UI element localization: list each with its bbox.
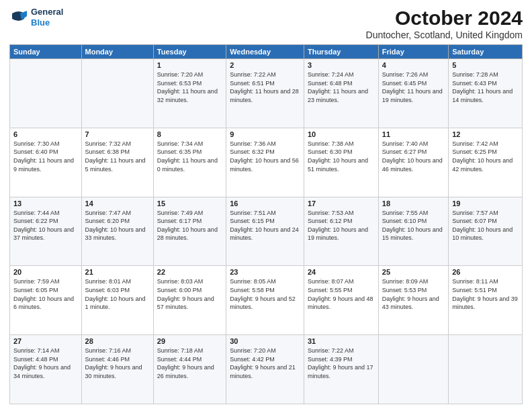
cell-info: Sunrise: 7:40 AMSunset: 6:27 PMDaylight:…	[382, 140, 445, 173]
calendar-cell: 25Sunrise: 8:09 AMSunset: 5:53 PMDayligh…	[378, 266, 448, 335]
calendar-cell: 29Sunrise: 7:18 AMSunset: 4:44 PMDayligh…	[153, 335, 226, 404]
cell-info: Sunrise: 7:24 AMSunset: 6:48 PMDaylight:…	[308, 71, 375, 104]
main-title: October 2024	[366, 7, 523, 30]
cell-info: Sunrise: 8:11 AMSunset: 5:51 PMDaylight:…	[452, 277, 519, 311]
day-number: 24	[308, 268, 375, 276]
day-number: 29	[157, 337, 222, 345]
calendar-week-5: 27Sunrise: 7:14 AMSunset: 4:48 PMDayligh…	[10, 335, 523, 404]
calendar-cell: 15Sunrise: 7:49 AMSunset: 6:17 PMDayligh…	[153, 197, 226, 266]
calendar-cell: 30Sunrise: 7:20 AMSunset: 4:42 PMDayligh…	[226, 335, 304, 404]
cell-info: Sunrise: 7:20 AMSunset: 6:53 PMDaylight:…	[157, 71, 222, 104]
cell-info: Sunrise: 7:22 AMSunset: 4:39 PMDaylight:…	[308, 347, 375, 380]
cell-info: Sunrise: 7:22 AMSunset: 6:51 PMDaylight:…	[230, 71, 300, 104]
calendar-cell: 11Sunrise: 7:40 AMSunset: 6:27 PMDayligh…	[378, 128, 448, 197]
title-block: October 2024 Duntocher, Scotland, United…	[366, 7, 523, 40]
cell-info: Sunrise: 7:51 AMSunset: 6:15 PMDaylight:…	[230, 209, 300, 242]
calendar-cell: 31Sunrise: 7:22 AMSunset: 4:39 PMDayligh…	[304, 335, 378, 404]
calendar-week-2: 6Sunrise: 7:30 AMSunset: 6:40 PMDaylight…	[10, 128, 523, 197]
calendar-cell: 2Sunrise: 7:22 AMSunset: 6:51 PMDaylight…	[226, 59, 304, 128]
calendar-cell: 21Sunrise: 8:01 AMSunset: 6:03 PMDayligh…	[81, 266, 153, 335]
calendar-cell: 13Sunrise: 7:44 AMSunset: 6:22 PMDayligh…	[10, 197, 82, 266]
cell-info: Sunrise: 7:32 AMSunset: 6:38 PMDaylight:…	[85, 140, 150, 173]
calendar-cell: 1Sunrise: 7:20 AMSunset: 6:53 PMDaylight…	[153, 59, 226, 128]
calendar-cell: 9Sunrise: 7:36 AMSunset: 6:32 PMDaylight…	[226, 128, 304, 197]
cell-info: Sunrise: 7:57 AMSunset: 6:07 PMDaylight:…	[452, 209, 519, 242]
day-number: 20	[13, 268, 78, 276]
cell-info: Sunrise: 8:05 AMSunset: 5:58 PMDaylight:…	[230, 277, 300, 311]
page-header: General Blue October 2024 Duntocher, Sco…	[9, 7, 523, 40]
day-number: 15	[157, 199, 222, 208]
calendar-cell: 26Sunrise: 8:11 AMSunset: 5:51 PMDayligh…	[449, 266, 523, 335]
cell-info: Sunrise: 7:53 AMSunset: 6:12 PMDaylight:…	[308, 209, 375, 242]
subtitle: Duntocher, Scotland, United Kingdom	[366, 30, 523, 40]
day-number: 10	[308, 130, 375, 138]
cell-info: Sunrise: 7:36 AMSunset: 6:32 PMDaylight:…	[230, 140, 300, 173]
calendar-cell: 6Sunrise: 7:30 AMSunset: 6:40 PMDaylight…	[10, 128, 82, 197]
calendar-cell	[81, 59, 153, 128]
cell-info: Sunrise: 7:42 AMSunset: 6:25 PMDaylight:…	[452, 140, 519, 173]
day-number: 11	[382, 130, 445, 138]
day-number: 12	[452, 130, 519, 138]
col-thursday: Thursday	[304, 45, 378, 59]
day-number: 27	[13, 337, 78, 345]
calendar-cell: 14Sunrise: 7:47 AMSunset: 6:20 PMDayligh…	[81, 197, 153, 266]
col-saturday: Saturday	[449, 45, 523, 59]
cell-info: Sunrise: 8:01 AMSunset: 6:03 PMDaylight:…	[85, 277, 150, 311]
calendar-week-4: 20Sunrise: 7:59 AMSunset: 6:05 PMDayligh…	[10, 266, 523, 335]
day-number: 1	[157, 61, 222, 69]
calendar-cell: 12Sunrise: 7:42 AMSunset: 6:25 PMDayligh…	[449, 128, 523, 197]
calendar-cell: 7Sunrise: 7:32 AMSunset: 6:38 PMDaylight…	[81, 128, 153, 197]
cell-info: Sunrise: 7:59 AMSunset: 6:05 PMDaylight:…	[13, 277, 78, 311]
day-number: 8	[157, 130, 222, 138]
day-number: 17	[308, 199, 375, 208]
cell-info: Sunrise: 8:09 AMSunset: 5:53 PMDaylight:…	[382, 277, 445, 311]
cell-info: Sunrise: 7:30 AMSunset: 6:40 PMDaylight:…	[13, 140, 78, 173]
cell-info: Sunrise: 7:28 AMSunset: 6:43 PMDaylight:…	[452, 71, 519, 104]
calendar-cell: 28Sunrise: 7:16 AMSunset: 4:46 PMDayligh…	[81, 335, 153, 404]
day-number: 30	[230, 337, 300, 345]
day-number: 13	[13, 199, 78, 208]
calendar-table: Sunday Monday Tuesday Wednesday Thursday…	[9, 44, 523, 404]
calendar-cell	[10, 59, 82, 128]
calendar-week-3: 13Sunrise: 7:44 AMSunset: 6:22 PMDayligh…	[10, 197, 523, 266]
day-number: 18	[382, 199, 445, 208]
cell-info: Sunrise: 7:20 AMSunset: 4:42 PMDaylight:…	[230, 347, 300, 380]
logo: General Blue	[9, 7, 63, 28]
calendar-cell: 16Sunrise: 7:51 AMSunset: 6:15 PMDayligh…	[226, 197, 304, 266]
cell-info: Sunrise: 8:07 AMSunset: 5:55 PMDaylight:…	[308, 277, 375, 311]
day-number: 14	[85, 199, 150, 208]
day-number: 19	[452, 199, 519, 208]
calendar-cell: 19Sunrise: 7:57 AMSunset: 6:07 PMDayligh…	[449, 197, 523, 266]
calendar-cell	[378, 335, 448, 404]
calendar-cell: 22Sunrise: 8:03 AMSunset: 6:00 PMDayligh…	[153, 266, 226, 335]
day-number: 5	[452, 61, 519, 69]
cell-info: Sunrise: 7:47 AMSunset: 6:20 PMDaylight:…	[85, 209, 150, 242]
cell-info: Sunrise: 7:26 AMSunset: 6:45 PMDaylight:…	[382, 71, 445, 104]
col-friday: Friday	[378, 45, 448, 59]
col-tuesday: Tuesday	[153, 45, 226, 59]
col-sunday: Sunday	[10, 45, 82, 59]
day-number: 26	[452, 268, 519, 276]
day-number: 21	[85, 268, 150, 276]
cell-info: Sunrise: 7:34 AMSunset: 6:35 PMDaylight:…	[157, 140, 222, 173]
cell-info: Sunrise: 7:18 AMSunset: 4:44 PMDaylight:…	[157, 347, 222, 380]
cell-info: Sunrise: 7:14 AMSunset: 4:48 PMDaylight:…	[13, 347, 78, 380]
calendar-cell: 27Sunrise: 7:14 AMSunset: 4:48 PMDayligh…	[10, 335, 82, 404]
calendar-cell: 10Sunrise: 7:38 AMSunset: 6:30 PMDayligh…	[304, 128, 378, 197]
day-number: 28	[85, 337, 150, 345]
day-number: 4	[382, 61, 445, 69]
calendar-cell: 24Sunrise: 8:07 AMSunset: 5:55 PMDayligh…	[304, 266, 378, 335]
calendar-cell: 5Sunrise: 7:28 AMSunset: 6:43 PMDaylight…	[449, 59, 523, 128]
calendar-cell: 18Sunrise: 7:55 AMSunset: 6:10 PMDayligh…	[378, 197, 448, 266]
col-wednesday: Wednesday	[226, 45, 304, 59]
logo-text: General Blue	[31, 7, 63, 28]
cell-info: Sunrise: 7:49 AMSunset: 6:17 PMDaylight:…	[157, 209, 222, 242]
calendar-week-1: 1Sunrise: 7:20 AMSunset: 6:53 PMDaylight…	[10, 59, 523, 128]
day-number: 16	[230, 199, 300, 208]
calendar-cell: 8Sunrise: 7:34 AMSunset: 6:35 PMDaylight…	[153, 128, 226, 197]
day-number: 2	[230, 61, 300, 69]
logo-icon	[9, 8, 28, 27]
calendar-cell	[449, 335, 523, 404]
day-number: 22	[157, 268, 222, 276]
day-number: 23	[230, 268, 300, 276]
